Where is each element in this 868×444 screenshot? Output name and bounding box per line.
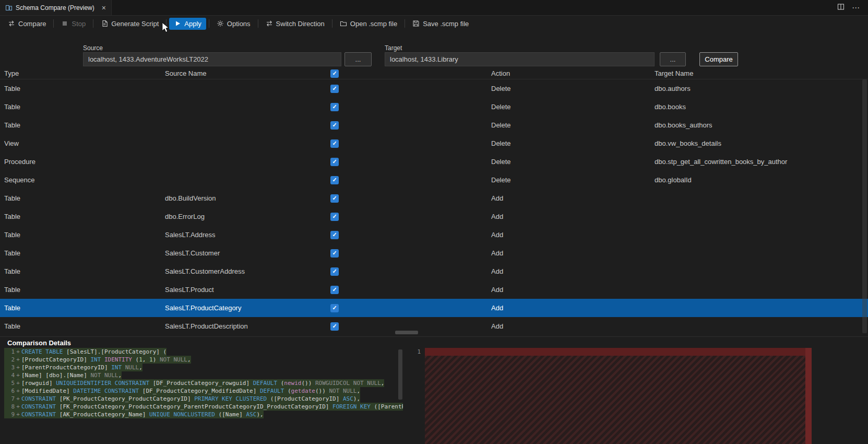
toolbar-item-stop[interactable]: Stop: [56, 18, 90, 30]
line-number: 1: [4, 348, 15, 356]
toolbar-item-apply[interactable]: Apply: [169, 18, 206, 30]
row-checkbox[interactable]: [330, 249, 339, 258]
toolbar-separator: [332, 19, 332, 28]
code-line: 1+CREATE TABLE [SalesLT].[ProductCategor…: [4, 348, 167, 356]
toolbar-item-options[interactable]: Options: [212, 18, 255, 30]
split-editor-icon[interactable]: [837, 3, 845, 13]
close-icon[interactable]: [102, 4, 106, 11]
toolbar-item-switch-direction[interactable]: Switch Direction: [261, 18, 329, 30]
row-checkbox[interactable]: [330, 304, 339, 312]
toolbar-separator: [209, 19, 209, 28]
table-row[interactable]: ViewDeletedbo.vw_books_details: [0, 134, 868, 153]
table-row[interactable]: Tabledbo.BuildVersionAdd: [0, 189, 868, 207]
line-number: 7: [4, 395, 15, 403]
row-checkbox[interactable]: [330, 322, 339, 331]
more-actions-icon[interactable]: [852, 3, 860, 13]
row-source-name: SalesLT.Address: [165, 231, 330, 239]
toolbar-item-label: Stop: [72, 20, 86, 28]
row-checkbox[interactable]: [330, 176, 339, 184]
row-type: Table: [4, 231, 165, 239]
toolbar-item-generate-script[interactable]: Generate Script: [96, 18, 163, 30]
toolbar: CompareStopGenerate ScriptApplyOptionsSw…: [0, 16, 868, 31]
row-checkbox[interactable]: [330, 103, 339, 111]
diff-right-pane[interactable]: 1: [411, 348, 812, 444]
line-number: 5: [4, 379, 15, 387]
table-row[interactable]: TableSalesLT.ProductAdd: [0, 281, 868, 299]
row-checkbox[interactable]: [330, 121, 339, 130]
save-icon: [412, 20, 420, 27]
diff-add-sign: +: [15, 364, 21, 371]
diff-right-line-number: 1: [411, 348, 421, 356]
table-row[interactable]: TableDeletedbo.books: [0, 98, 868, 116]
target-label: Target: [385, 44, 402, 52]
target-browse-button[interactable]: ...: [660, 52, 686, 66]
toolbar-separator: [166, 19, 167, 28]
row-type: Table: [4, 103, 165, 111]
compare-button[interactable]: Compare: [699, 52, 738, 66]
grid-horizontal-scrollbar[interactable]: [395, 331, 418, 334]
row-source-name: dbo.ErrorLog: [165, 213, 330, 220]
diff-add-sign: +: [15, 356, 21, 364]
table-row[interactable]: TableDeletedbo.authors: [0, 79, 868, 98]
tab-schema-compare[interactable]: Schema Compare (Preview): [0, 0, 112, 15]
table-row[interactable]: TableSalesLT.ProductDescriptionAdd: [0, 317, 868, 335]
row-checkbox-cell: [330, 176, 339, 184]
row-checkbox[interactable]: [330, 158, 339, 166]
row-type: Table: [4, 194, 165, 202]
code-line: 5+[rowguid] UNIQUEIDENTIFIER CONSTRAINT …: [4, 379, 384, 387]
diff-overview-ruler: [805, 348, 812, 444]
row-checkbox[interactable]: [330, 139, 339, 148]
row-target-name: dbo.books: [655, 103, 868, 111]
row-checkbox-cell: [330, 213, 339, 221]
column-type[interactable]: Type: [4, 69, 165, 77]
toolbar-item-compare[interactable]: Compare: [3, 18, 51, 30]
source-input[interactable]: [83, 52, 341, 66]
toolbar-item-label: Generate Script: [111, 20, 159, 28]
table-row[interactable]: ProcedureDeletedbo.stp_get_all_cowritten…: [0, 153, 868, 171]
toolbar-item-label: Apply: [184, 20, 201, 28]
toolbar-item-label: Open .scmp file: [350, 20, 397, 28]
row-action: Delete: [491, 121, 655, 129]
table-row[interactable]: TableSalesLT.ProductCategoryAdd: [0, 299, 868, 317]
line-number: 3: [4, 364, 15, 371]
select-all-checkbox[interactable]: [330, 69, 339, 78]
grid-vertical-scrollbar[interactable]: [862, 79, 867, 333]
row-type: Table: [4, 322, 165, 330]
row-checkbox-cell: [330, 286, 339, 294]
table-row[interactable]: TableSalesLT.CustomerAddressAdd: [0, 262, 868, 281]
column-source-name[interactable]: Source Name: [165, 69, 330, 77]
code-line: 8+CONSTRAINT [FK_ProductCategory_Product…: [4, 403, 403, 411]
column-action[interactable]: Action: [491, 69, 655, 77]
table-row[interactable]: TableSalesLT.AddressAdd: [0, 226, 868, 244]
column-target-name[interactable]: Target Name: [655, 69, 868, 77]
row-checkbox[interactable]: [330, 85, 339, 93]
open-file-icon: [340, 20, 347, 27]
row-checkbox[interactable]: [330, 194, 339, 203]
diff-left-pane[interactable]: 1+CREATE TABLE [SalesLT].[ProductCategor…: [4, 348, 403, 444]
row-checkbox[interactable]: [330, 231, 339, 239]
comparison-grid: Type Source Name Action Target Name Tabl…: [0, 68, 868, 335]
diff-left-scrollbar[interactable]: [398, 349, 402, 400]
row-type: Table: [4, 85, 165, 92]
tab-bar: Schema Compare (Preview): [0, 0, 868, 16]
row-checkbox[interactable]: [330, 213, 339, 221]
schema-compare-icon: [5, 4, 13, 11]
toolbar-separator: [258, 19, 258, 28]
row-checkbox[interactable]: [330, 267, 339, 276]
toolbar-separator: [53, 19, 54, 28]
table-row[interactable]: Tabledbo.ErrorLogAdd: [0, 207, 868, 226]
source-browse-button[interactable]: ...: [344, 52, 372, 66]
row-checkbox[interactable]: [330, 286, 339, 294]
table-row[interactable]: SequenceDeletedbo.globalId: [0, 171, 868, 189]
row-type: Table: [4, 286, 165, 294]
table-row[interactable]: TableSalesLT.CustomerAdd: [0, 244, 868, 262]
code-line-row: 4+[Name] [dbo].[Name] NOT NULL,: [4, 371, 403, 379]
target-input[interactable]: [385, 52, 655, 66]
diff-add-sign: +: [15, 411, 21, 418]
row-checkbox-cell: [330, 194, 339, 203]
toolbar-item-open-scmp-file[interactable]: Open .scmp file: [335, 18, 402, 30]
row-type: Table: [4, 249, 165, 257]
table-row[interactable]: TableDeletedbo.books_authors: [0, 116, 868, 134]
diff-add-sign: +: [15, 387, 21, 395]
toolbar-item-save-scmp-file[interactable]: Save .scmp file: [408, 18, 473, 30]
